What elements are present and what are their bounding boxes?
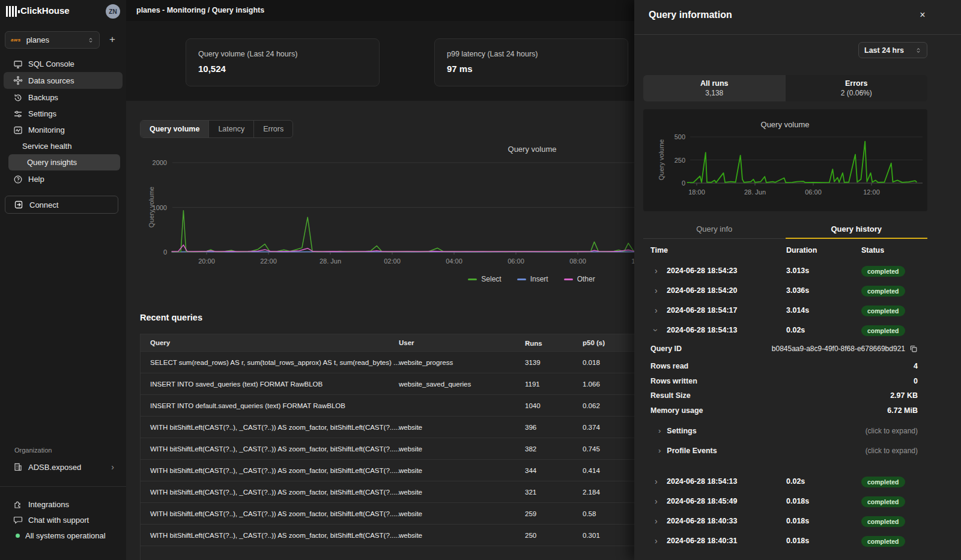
insert-series-swatch xyxy=(517,278,526,280)
detail-result-size: Result Size 2.97 KB xyxy=(650,391,918,400)
history-row[interactable]: › 2024-06-28 18:54:17 3.014s completed xyxy=(634,300,961,320)
app-window: ClickHouse ZN aws planes + SQL Console D… xyxy=(0,0,961,560)
sidebar-item-chat-support[interactable]: Chat with support xyxy=(4,512,123,528)
svg-text:08:00: 08:00 xyxy=(569,257,586,265)
runs-cell: 1191 xyxy=(525,381,540,388)
run-time: 2024-06-28 18:54:17 xyxy=(667,306,737,315)
stat-value: 10,524 xyxy=(198,64,367,74)
user-cell: website xyxy=(399,467,422,474)
chevron-right-icon: › xyxy=(655,536,658,546)
table-row[interactable]: WITH bitShiftLeft(CAST(?..), _CAST(?..))… xyxy=(141,416,666,438)
sidebar-item-help[interactable]: Help xyxy=(4,171,123,187)
chat-bubble-icon xyxy=(13,515,23,525)
table-row[interactable]: WITH bitShiftLeft(CAST(?..), _CAST(?..))… xyxy=(141,459,666,481)
history-row[interactable]: › 2024-06-28 18:40:31 0.018s completed xyxy=(634,531,961,550)
runs-cell: 3139 xyxy=(525,359,541,366)
recent-queries-title: Recent queries xyxy=(140,313,202,322)
tab-query-info[interactable]: Query info xyxy=(643,221,786,238)
legend-item-select[interactable]: Select xyxy=(468,275,501,283)
p50-cell: 2.184 xyxy=(583,489,600,496)
chevron-updown-icon xyxy=(915,46,921,55)
close-icon[interactable]: × xyxy=(915,7,930,23)
query-cell: WITH bitShiftLeft(CAST(?..), _CAST(?..))… xyxy=(150,489,399,496)
query-id-value: b0845aa9-a8c9-49f0-8f68-e678669bd921 xyxy=(772,345,905,353)
stat-value: 97 ms xyxy=(447,64,616,74)
table-row[interactable]: WITH bitShiftLeft(CAST(?..), _CAST(?..))… xyxy=(141,438,666,459)
runs-cell: 396 xyxy=(525,424,536,431)
sidebar-item-label: Help xyxy=(28,175,44,184)
svg-text:Query volume: Query volume xyxy=(761,120,810,129)
user-cell: website_saved_queries xyxy=(399,381,471,388)
sidebar-item-backups[interactable]: Backups xyxy=(4,89,123,106)
settings-expander[interactable]: ›Settings (click to expand) xyxy=(658,426,918,435)
table-row[interactable]: INSERT INTO default.saved_queries (text)… xyxy=(141,394,666,416)
svg-text:02:00: 02:00 xyxy=(384,257,401,265)
column-header-runs[interactable]: Runs xyxy=(525,340,530,346)
connect-button[interactable]: Connect xyxy=(5,196,118,214)
chevron-right-icon: › xyxy=(658,426,661,435)
time-range-select[interactable]: Last 24 hrs xyxy=(858,42,927,58)
organization-name: ADSB.exposed xyxy=(28,463,106,472)
tab-query-history[interactable]: Query history xyxy=(786,221,928,239)
system-status[interactable]: All systems operational xyxy=(4,528,123,543)
table-row-partial[interactable] xyxy=(141,546,666,560)
status-dot-icon xyxy=(16,534,20,538)
sidebar-item-settings[interactable]: Settings xyxy=(4,106,123,122)
run-time: 2024-06-28 18:54:13 xyxy=(667,326,737,334)
stat-label: Query volume (Last 24 hours) xyxy=(198,50,367,58)
history-row[interactable]: › 2024-06-28 18:40:33 0.018s completed xyxy=(634,511,961,531)
connect-icon xyxy=(14,200,23,209)
history-row[interactable]: › 2024-06-28 18:54:23 3.013s completed xyxy=(634,260,961,280)
runs-cell: 259 xyxy=(525,510,536,517)
table-row[interactable]: WITH bitShiftLeft(CAST(?..), _CAST(?..))… xyxy=(141,502,666,524)
status-badge: completed xyxy=(861,285,905,296)
profile-events-expander[interactable]: ›Profile Events (click to expand) xyxy=(658,446,918,455)
user-cell: website xyxy=(399,489,422,496)
table-row[interactable]: INSERT INTO saved_queries (text) FORMAT … xyxy=(141,373,666,394)
sidebar-item-label: SQL Console xyxy=(28,59,74,68)
run-duration: 0.018s xyxy=(786,537,809,545)
svg-text:2000: 2000 xyxy=(153,159,167,166)
status-badge: completed xyxy=(861,535,905,546)
svg-text:22:00: 22:00 xyxy=(260,257,277,265)
column-header-duration: Duration xyxy=(786,246,817,254)
stat-card-p99-latency: p99 latency (Last 24 hours) 97 ms xyxy=(434,38,628,86)
history-row[interactable]: › 2024-06-28 18:54:13 0.02s completed xyxy=(634,471,961,491)
sidebar-item-service-health[interactable]: Service health xyxy=(4,138,123,154)
sidebar-item-integrations[interactable]: Integrations xyxy=(4,496,123,512)
sidebar-item-query-insights[interactable]: Query insights xyxy=(8,154,120,170)
add-service-button[interactable]: + xyxy=(106,32,119,47)
column-header-query: Query xyxy=(150,339,170,346)
status-badge: completed xyxy=(861,476,905,487)
column-header-p50: p50 (s) xyxy=(583,339,605,346)
detail-rows-read: Rows read 4 xyxy=(650,362,918,370)
p50-cell: 0.301 xyxy=(583,532,600,539)
user-cell: website xyxy=(399,424,422,431)
sidebar-item-label: Service health xyxy=(22,142,71,151)
column-header-time: Time xyxy=(650,246,668,254)
organization-label: Organization xyxy=(14,447,52,454)
workspace-selector[interactable]: aws planes xyxy=(5,31,100,49)
history-list-bottom: › 2024-06-28 18:54:13 0.02s completed › … xyxy=(634,471,961,550)
segment-all-runs[interactable]: All runs 3,138 xyxy=(643,75,786,101)
runs-cell: 382 xyxy=(525,445,536,453)
legend-item-other[interactable]: Other xyxy=(564,275,595,283)
history-row[interactable]: › 2024-06-28 18:54:20 3.036s completed xyxy=(634,280,961,300)
table-row[interactable]: SELECT sum(read_rows) AS r, sum(total_ro… xyxy=(141,351,666,373)
sidebar-item-data-sources[interactable]: Data sources xyxy=(4,72,123,89)
segment-errors[interactable]: Errors 2 (0.06%) xyxy=(786,75,928,101)
stat-label: p99 latency (Last 24 hours) xyxy=(447,50,616,58)
chevron-right-icon: › xyxy=(655,477,658,486)
query-cell: WITH bitShiftLeft(CAST(?..), _CAST(?..))… xyxy=(150,424,399,431)
sidebar-item-monitoring[interactable]: Monitoring xyxy=(4,122,123,138)
history-row[interactable]: › 2024-06-28 18:54:13 0.02s completed xyxy=(634,320,961,340)
history-row[interactable]: › 2024-06-28 18:45:49 0.018s completed xyxy=(634,491,961,511)
table-row[interactable]: WITH bitShiftLeft(CAST(?..), _CAST(?..))… xyxy=(141,524,666,546)
user-avatar[interactable]: ZN xyxy=(106,4,120,19)
sidebar-item-sql-console[interactable]: SQL Console xyxy=(4,56,123,72)
copy-icon[interactable] xyxy=(909,345,918,353)
organization-switcher[interactable]: ADSB.exposed › xyxy=(4,459,123,475)
table-row[interactable]: WITH bitShiftLeft(CAST(?..), _CAST(?..))… xyxy=(141,481,666,502)
legend-item-insert[interactable]: Insert xyxy=(517,275,548,283)
run-time: 2024-06-28 18:54:13 xyxy=(667,477,737,486)
